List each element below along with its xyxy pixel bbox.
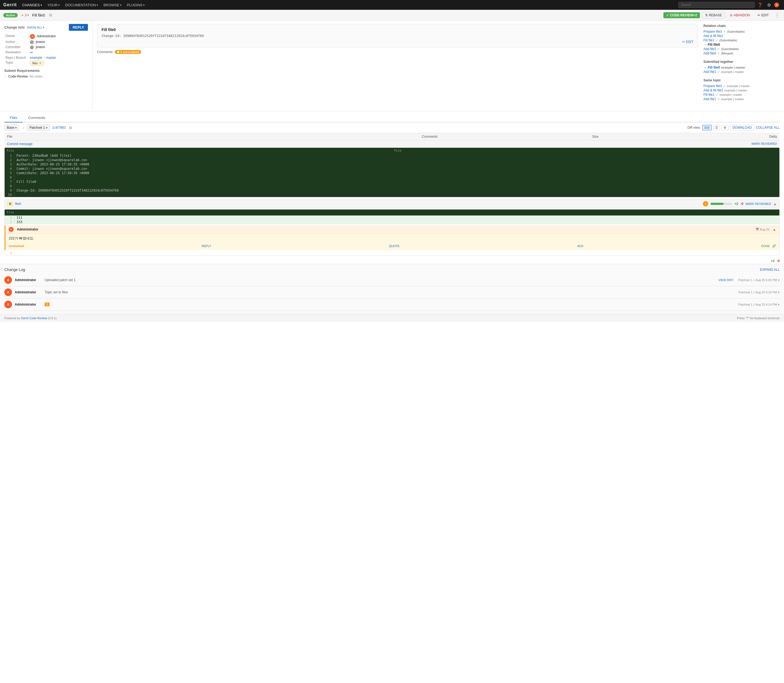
main-content: Change Info SHOW ALL ▾ REPLY Owner A Adm…: [0, 21, 784, 109]
unresolved-badge[interactable]: 1 unresolved: [115, 50, 141, 54]
nav-browse[interactable]: BROWSE ▾: [101, 2, 124, 8]
log-chevron-2[interactable]: ▾: [778, 303, 780, 306]
download-button[interactable]: DOWNLOAD: [730, 125, 754, 130]
ack-comment-button[interactable]: ACK: [577, 244, 584, 248]
base-selector[interactable]: Base ▾: [4, 125, 19, 131]
nav-plugins[interactable]: PLUGINS ▾: [125, 2, 147, 8]
author-row: Author jinwon: [4, 40, 88, 45]
commit-hash-link[interactable]: 1c67983: [52, 126, 66, 130]
gerrit-link[interactable]: Gerrit Code Review: [21, 316, 47, 320]
patchset-chevron-icon: ▾: [46, 126, 47, 129]
keyboard-hint: Press "?" for keyboard shortcuts: [737, 316, 780, 320]
side-by-side-view-button[interactable]: ⊟⊟: [702, 125, 712, 130]
right-panel-inner: Fill file0 Change-Id: I09094f84912529ff2…: [97, 24, 780, 106]
relation-link-0[interactable]: Prepare file3: [704, 30, 722, 34]
abandon-button[interactable]: ⊘ ABANDON: [727, 12, 752, 18]
same-topic-link-3[interactable]: Add file1: [704, 97, 716, 101]
tabs-section: Files Comments Base ▾ → Patchset 1 ▾ 1c6…: [0, 114, 784, 264]
relation-link-2[interactable]: Fill file1: [704, 38, 715, 42]
commit-title: Fill file0: [101, 27, 693, 32]
settings-icon[interactable]: ⚙: [765, 2, 773, 9]
repo-branch-label: Repo | Branch: [4, 55, 29, 60]
search-input[interactable]: [678, 2, 755, 8]
same-topic-link-0[interactable]: Prepare file3: [704, 84, 722, 88]
patchset-selector[interactable]: Patchset 1 ▾: [27, 125, 50, 131]
repo-link[interactable]: example: [30, 56, 42, 59]
show-all-button[interactable]: SHOW ALL ▾: [27, 26, 44, 29]
diff-cm-header: File File: [5, 148, 779, 154]
view-diff-button-0[interactable]: VIEW DIFF: [718, 278, 734, 282]
rebase-button[interactable]: ⇅ REBASE: [702, 12, 725, 19]
same-topic-link-1[interactable]: Add & fill file2: [704, 88, 723, 92]
submitted-together-item-0: → Fill file0 example | master: [704, 65, 780, 70]
expand-comment-icon[interactable]: ▲: [773, 228, 776, 232]
log-meta-1: Patchset 1 | Aug 25 6:10 PM ▾: [738, 290, 780, 294]
quote-comment-button[interactable]: QUOTE: [389, 244, 400, 248]
edit-button[interactable]: ✏ EDIT: [755, 12, 771, 18]
file0-expand-icon[interactable]: ▲: [773, 202, 777, 206]
reply-button[interactable]: REPLY: [69, 24, 88, 31]
user-avatar[interactable]: A: [774, 2, 781, 8]
check-icon-0: ✓: [723, 30, 726, 34]
diff-line-num-3: 3: [5, 162, 14, 167]
branch-link[interactable]: master: [46, 56, 56, 59]
file0-comment-count: 1: [703, 201, 708, 207]
tab-files[interactable]: Files: [4, 114, 22, 122]
unified-view-button[interactable]: ☰: [713, 125, 720, 130]
comment-header: A Administrator 📅 Aug 25 ▲: [5, 225, 779, 234]
diff-line-num-5: 5: [5, 171, 14, 175]
st-topic-meta-1: example | master: [725, 89, 747, 92]
nav-documentation[interactable]: DOCUMENTATION ▾: [63, 2, 100, 8]
relation-link-1[interactable]: Add & fill file2: [704, 34, 723, 38]
reply-comment-button[interactable]: REPLY: [202, 244, 211, 248]
st-check-1: ✓: [717, 70, 720, 74]
done-comment-button[interactable]: DONE: [761, 244, 770, 248]
help-icon[interactable]: ❓: [756, 2, 765, 9]
more-options-icon[interactable]: ⋮: [774, 12, 781, 18]
commit-message-area: Fill file0 Change-Id: I09094f84912529ff2…: [97, 24, 698, 106]
base-chevron-icon: ▾: [15, 126, 17, 129]
log-chevron-1[interactable]: ▾: [778, 290, 780, 294]
expand-all-button[interactable]: EXPAND ALL: [760, 268, 780, 272]
comment-author-avatar: A: [9, 227, 14, 232]
relation-chain-title: Relation chain: [704, 24, 780, 28]
user-avatar-icon: A: [774, 2, 779, 7]
tab-comments[interactable]: Comments: [22, 114, 51, 122]
nav-your[interactable]: YOUR ▾: [45, 2, 62, 8]
relation-link-4[interactable]: Add file1: [704, 47, 716, 51]
collapse-all-button[interactable]: COLLAPSE ALL: [756, 126, 780, 130]
comment-link-icon[interactable]: 🔗: [772, 244, 776, 248]
copy-commit-hash-icon[interactable]: ⧉: [69, 125, 72, 130]
arrow-current: →: [704, 43, 707, 46]
nav-changes[interactable]: CHANGES ▾: [20, 2, 44, 8]
submitted-together-link-0[interactable]: Fill file0: [708, 66, 720, 69]
log-item-0: A Administrator Uploaded patch set 1. VI…: [4, 274, 780, 286]
file0-link[interactable]: file0: [15, 202, 21, 206]
submitted-together-link-1[interactable]: Add file1: [704, 70, 716, 74]
code-review-button[interactable]: ✓ CODE-REVIEW+2: [664, 12, 700, 18]
same-topic-link-2[interactable]: Fill file1: [704, 93, 715, 96]
edit-reviewers-icon[interactable]: ✏: [30, 50, 33, 55]
log-chevron-0[interactable]: ▾: [778, 278, 780, 282]
diff-view-label: Diff view:: [688, 126, 700, 130]
same-topic-item-0: Prepare file3 ✓ example | master: [704, 84, 780, 88]
reviewers-value: ✏: [29, 50, 88, 55]
commit-message-file-link[interactable]: Commit message: [7, 142, 32, 146]
diff-file0-table: 1 111 2 333: [5, 215, 779, 224]
diff-line-1: 1 Parent: 230ad8a0 (Add file1): [5, 154, 779, 158]
st-topic-meta-2: example | master: [720, 93, 742, 96]
relation-link-5[interactable]: Add file0: [704, 51, 716, 55]
log-author-1: Administrator: [15, 290, 42, 294]
copy-id-icon[interactable]: ⧉: [49, 13, 52, 18]
edit-commit-button[interactable]: ✏ EDIT: [682, 40, 693, 44]
diff-line-num-4: 4: [5, 167, 14, 171]
star-rating[interactable]: ★ 3 ▾: [21, 13, 29, 17]
diff-cm-table: 1 Parent: 230ad8a0 (Add file1) 2 Author:…: [5, 154, 779, 197]
remove-topic-icon[interactable]: ✕: [39, 61, 42, 65]
files-toolbar: Base ▾ → Patchset 1 ▾ 1c67983 ⧉ Diff vie…: [4, 122, 780, 133]
commit-msg-mark-reviewed-button[interactable]: MARK REVIEWED: [751, 142, 777, 145]
delta-column-header: Delta: [601, 133, 780, 140]
file0-mark-reviewed-button[interactable]: MARK REVIEWED: [745, 202, 771, 205]
diff-settings-button[interactable]: ⚙: [722, 125, 728, 130]
relation-item-3-current: → Fill file0: [704, 42, 780, 47]
